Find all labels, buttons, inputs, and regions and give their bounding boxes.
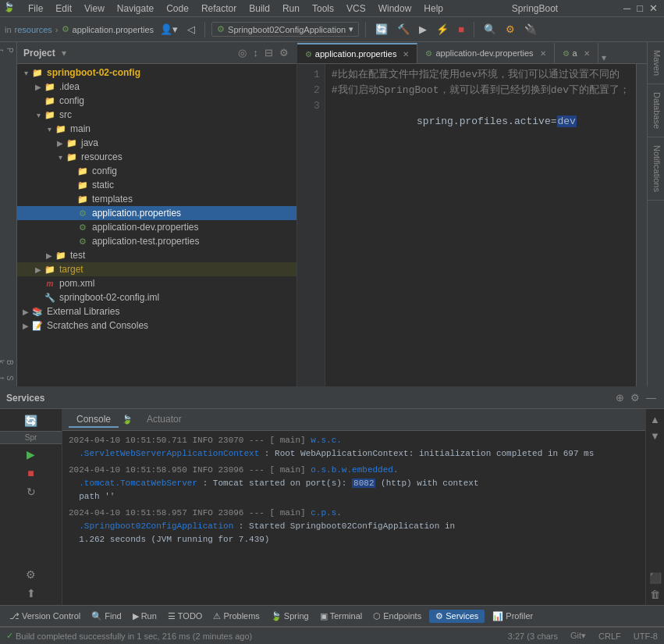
console-run-btn[interactable]: ▶: [0, 446, 62, 463]
menu-code[interactable]: Code: [160, 2, 195, 16]
tree-resources[interactable]: ▾ 📁 resources: [17, 150, 296, 164]
status-charset[interactable]: UTF-8: [634, 632, 658, 641]
console-extra1[interactable]: ⚙: [0, 566, 62, 583]
bottom-tab-run[interactable]: ▶ Run: [130, 610, 160, 623]
log-link-4[interactable]: .tomcat.TomcatWebServer: [79, 479, 197, 488]
tab-app-dev-properties[interactable]: ⚙ application-dev.properties ✕: [417, 43, 554, 63]
bottom-tab-version-control[interactable]: ⎇ Version Control: [6, 610, 83, 623]
menu-build[interactable]: Build: [243, 2, 276, 16]
menu-tools[interactable]: Tools: [306, 2, 340, 16]
right-tab-maven[interactable]: Maven: [648, 42, 664, 84]
bottom-tab-todo[interactable]: ☰ TODO: [165, 610, 206, 623]
tree-test[interactable]: ▶ 📁 test: [17, 248, 296, 262]
services-add[interactable]: ⊕: [614, 390, 626, 405]
services-settings[interactable]: ⚙: [629, 390, 641, 405]
tree-root[interactable]: ▾ 📁 springboot-02-config: [17, 66, 296, 80]
project-settings[interactable]: ⚙: [278, 45, 290, 60]
toolbar-plugins[interactable]: 🔌: [521, 22, 540, 37]
console-print[interactable]: ⬛: [648, 571, 663, 585]
tree-main[interactable]: ▾ 📁 main: [17, 122, 296, 136]
tab-application-properties[interactable]: ⚙ application.properties ✕: [297, 43, 418, 63]
menu-window[interactable]: Window: [372, 2, 418, 16]
tree-templates[interactable]: 📁 templates: [17, 192, 296, 206]
left-panel-project[interactable]: Project: [0, 45, 16, 55]
toolbar-run-debug[interactable]: ▶: [416, 22, 430, 37]
menu-run[interactable]: Run: [276, 2, 306, 16]
project-scroll-end[interactable]: ↕: [251, 45, 260, 60]
bottom-tab-find[interactable]: 🔍 Find: [88, 610, 124, 623]
log-link-3[interactable]: o.s.b.w.embedded: [311, 465, 393, 475]
toolbar-navigate-back[interactable]: 👤▾: [157, 22, 181, 37]
console-refresh[interactable]: 🔄: [0, 412, 62, 429]
toolbar-stop[interactable]: ■: [455, 22, 467, 37]
toolbar-run2[interactable]: ⚡: [433, 22, 452, 37]
log-link-2[interactable]: .ServletWebServerApplicationContext: [79, 449, 259, 458]
tree-idea[interactable]: ▶ 📁 .idea: [17, 80, 296, 94]
right-tab-notifications[interactable]: Notifications: [648, 137, 664, 201]
project-collapse[interactable]: ⊟: [263, 45, 275, 60]
status-lf[interactable]: CRLF: [598, 632, 621, 641]
toolbar-back[interactable]: ◁: [184, 22, 198, 37]
bottom-tab-terminal[interactable]: ▣ Terminal: [317, 610, 366, 623]
bottom-tab-spring[interactable]: 🍃 Spring: [268, 610, 312, 623]
toolbar-settings[interactable]: ⚙: [502, 22, 518, 37]
toolbar-sync[interactable]: 🔄: [372, 22, 391, 37]
project-panel-dropdown[interactable]: ▾: [62, 48, 66, 59]
tree-scratches[interactable]: ▶ 📝 Scratches and Consoles: [17, 318, 296, 333]
tab-close-0[interactable]: ✕: [403, 50, 409, 59]
menu-vcs[interactable]: VCS: [340, 2, 372, 16]
console-tab-actuator[interactable]: Actuator: [139, 412, 190, 428]
tree-app-dev-properties[interactable]: ⚙ application-dev.properties: [17, 220, 296, 234]
tree-app-test-properties[interactable]: ⚙ application-test.properties: [17, 234, 296, 248]
menu-refactor[interactable]: Refactor: [195, 2, 243, 16]
tab-close-2[interactable]: ✕: [584, 49, 590, 58]
tree-target[interactable]: ▶ 📁 target: [17, 262, 296, 276]
tree-pom[interactable]: m pom.xml: [17, 276, 296, 290]
editor-scrollbar[interactable]: [636, 64, 647, 386]
menu-help[interactable]: Help: [417, 2, 449, 16]
tree-app-properties[interactable]: ⚙ application.properties: [17, 206, 296, 220]
menu-view[interactable]: View: [78, 2, 111, 16]
log-link-1[interactable]: w.s.c.: [311, 436, 342, 445]
left-panel-structure[interactable]: St: [0, 373, 16, 383]
bottom-tab-services[interactable]: ⚙ Services: [429, 610, 485, 623]
console-scroll-down[interactable]: ▼: [648, 429, 662, 443]
console-output[interactable]: 2024-04-10 10:51:50.711 INFO 23070 --- […: [62, 431, 645, 605]
tree-ext-libs[interactable]: ▶ 📚 External Libraries: [17, 304, 296, 318]
bottom-tab-endpoints[interactable]: ⬡ Endpoints: [370, 610, 424, 623]
breadcrumb-file[interactable]: application.properties: [73, 25, 154, 34]
status-cursor[interactable]: 3:27 (3 chars: [508, 632, 558, 641]
log-link-6[interactable]: .Springboot02ConfigApplication: [79, 521, 233, 531]
console-scroll-up[interactable]: ▲: [648, 412, 662, 427]
tab-close-1[interactable]: ✕: [540, 49, 546, 58]
tree-res-config[interactable]: 📁 config: [17, 164, 296, 178]
tree-iml[interactable]: 🔧 springboot-02-config.iml: [17, 290, 296, 304]
project-locate[interactable]: ◎: [236, 45, 248, 60]
tree-config[interactable]: 📁 config: [17, 94, 296, 108]
services-minimize[interactable]: —: [644, 390, 658, 405]
window-maximize[interactable]: □: [634, 1, 646, 16]
toolbar-build[interactable]: 🔨: [394, 22, 413, 37]
bottom-tab-problems[interactable]: ⚠ Problems: [210, 610, 262, 623]
menu-file[interactable]: File: [22, 2, 49, 16]
console-clear[interactable]: 🗑: [648, 587, 662, 602]
breadcrumb-resources[interactable]: resources: [15, 25, 52, 34]
window-close[interactable]: ✕: [646, 1, 661, 16]
window-minimize[interactable]: ─: [620, 1, 634, 16]
tab-a[interactable]: ⚙ a ✕: [555, 43, 598, 63]
console-stop-btn[interactable]: ■: [0, 464, 62, 482]
menu-edit[interactable]: Edit: [49, 2, 78, 16]
right-tab-database[interactable]: Database: [648, 84, 664, 137]
status-git[interactable]: Git▾: [570, 631, 586, 641]
tree-static[interactable]: 📁 static: [17, 178, 296, 192]
menu-navigate[interactable]: Navigate: [111, 2, 160, 16]
bottom-tab-profiler[interactable]: 📊 Profiler: [489, 610, 536, 623]
toolbar-search[interactable]: 🔍: [481, 22, 499, 37]
tab-more-button[interactable]: ▾: [598, 52, 609, 63]
tree-java[interactable]: ▶ 📁 java: [17, 136, 296, 150]
code-area[interactable]: #比如在配置文件中指定使用dev环境，我们可以通过设置不同的 #我们启动Spri…: [325, 64, 636, 386]
log-link-5[interactable]: c.p.s: [311, 508, 336, 518]
console-extra2[interactable]: ⬆: [0, 585, 62, 602]
console-tab-console[interactable]: Console: [69, 412, 119, 428]
left-panel-bookmarks[interactable]: Bk: [0, 358, 16, 368]
